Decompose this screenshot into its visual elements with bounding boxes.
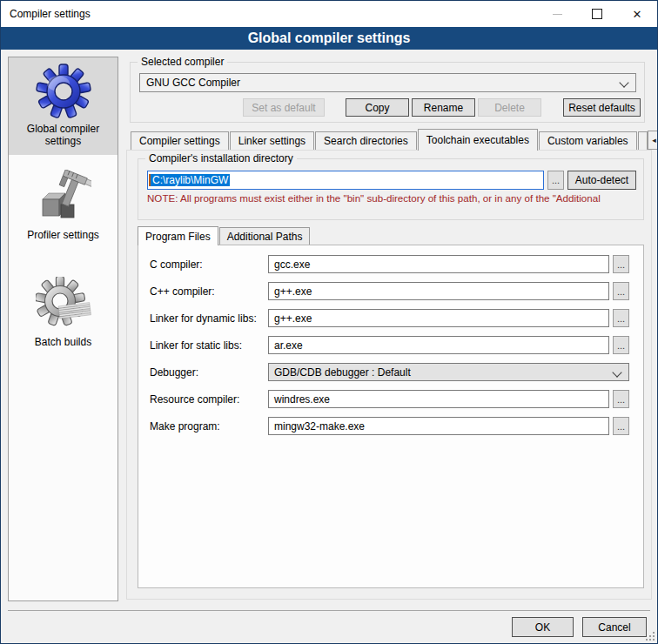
sidebar-item-label: Global compiler settings <box>10 123 116 148</box>
cancel-button[interactable]: Cancel <box>582 617 647 637</box>
field-label: Linker for static libs: <box>150 339 268 352</box>
linker-static-browse-button[interactable]: ... <box>613 336 629 354</box>
sidebar-item-label: Profiler settings <box>10 229 116 241</box>
subtab-additional-paths[interactable]: Additional Paths <box>219 227 311 245</box>
sidebar-item-profiler-settings[interactable]: Profiler settings <box>9 164 118 248</box>
field-row-resource-compiler: Resource compiler: windres.exe ... <box>150 390 629 408</box>
resize-grip[interactable] <box>646 632 655 641</box>
maximize-button[interactable] <box>577 1 617 27</box>
resource-compiler-browse-button[interactable]: ... <box>613 390 629 408</box>
program-files-tab-bar: Program Files Additional Paths <box>138 226 644 245</box>
auto-detect-button[interactable]: Auto-detect <box>567 171 636 190</box>
footer-separator <box>8 610 650 611</box>
ok-button[interactable]: OK <box>512 617 574 637</box>
installation-directory-group-label: Compiler's installation directory <box>145 152 297 164</box>
make-program-input[interactable]: mingw32-make.exe <box>268 417 609 435</box>
field-row-make-program: Make program: mingw32-make.exe ... <box>150 417 629 435</box>
field-row-linker-static: Linker for static libs: ar.exe ... <box>150 336 629 354</box>
resource-compiler-input[interactable]: windres.exe <box>268 390 609 408</box>
tab-build-options[interactable]: Build options <box>638 131 648 150</box>
toolchain-executables-page: Compiler's installation directory C:\ray… <box>126 150 652 600</box>
linker-dynamic-browse-button[interactable]: ... <box>613 309 629 327</box>
dialog-header: Global compiler settings <box>1 27 657 50</box>
gear-paper-stack-icon <box>36 277 91 332</box>
installation-directory-value: C:\raylib\MinGW <box>151 174 230 186</box>
field-label: C++ compiler: <box>150 285 268 298</box>
rename-button[interactable]: Rename <box>412 98 475 117</box>
field-row-c-compiler: C compiler: gcc.exe ... <box>150 255 629 273</box>
title-bar: Compiler settings ✕ <box>1 1 657 27</box>
subtab-program-files[interactable]: Program Files <box>138 226 218 245</box>
field-row-linker-dynamic: Linker for dynamic libs: g++.exe ... <box>150 309 629 327</box>
make-program-browse-button[interactable]: ... <box>613 417 629 435</box>
field-row-cpp-compiler: C++ compiler: g++.exe ... <box>150 282 629 300</box>
field-label: C compiler: <box>150 258 268 271</box>
compiler-select[interactable]: GNU GCC Compiler <box>139 73 636 92</box>
c-compiler-browse-button[interactable]: ... <box>613 255 629 273</box>
maximize-icon <box>592 9 602 19</box>
minimize-icon <box>553 14 562 15</box>
tab-toolchain-executables[interactable]: Toolchain executables <box>418 129 538 151</box>
compiler-buttons-row: Set as default Copy Rename Delete Reset … <box>131 98 644 117</box>
tab-custom-variables[interactable]: Custom variables <box>539 131 637 150</box>
field-label: Resource compiler: <box>150 393 268 406</box>
tab-linker-settings[interactable]: Linker settings <box>230 131 314 150</box>
tab-search-directories[interactable]: Search directories <box>315 131 417 150</box>
chevron-down-icon <box>612 367 621 377</box>
chevron-down-icon <box>619 77 628 87</box>
set-as-default-button[interactable]: Set as default <box>243 98 325 117</box>
close-icon: ✕ <box>633 8 642 21</box>
field-label: Linker for dynamic libs: <box>150 312 268 325</box>
c-compiler-input[interactable]: gcc.exe <box>268 255 609 273</box>
blue-gear-icon <box>36 64 91 119</box>
settings-category-list: Global compiler settings Profiler sett <box>8 57 118 601</box>
sidebar-item-batch-builds[interactable]: Batch builds <box>9 271 118 355</box>
reset-defaults-button[interactable]: Reset defaults <box>563 98 641 117</box>
close-button[interactable]: ✕ <box>617 1 657 27</box>
selected-compiler-group-label: Selected compiler <box>138 56 227 68</box>
debugger-select[interactable]: GDB/CDB debugger : Default <box>268 363 629 381</box>
scroll-left-icon: ◂ <box>652 136 656 144</box>
compiler-settings-dialog: Compiler settings ✕ Global compiler sett… <box>0 0 658 644</box>
sidebar-item-label: Batch builds <box>10 336 116 348</box>
cpp-compiler-input[interactable]: g++.exe <box>268 282 609 300</box>
bin-subdirectory-note: NOTE: All programs must exist either in … <box>147 192 634 204</box>
tab-scroll-left-button[interactable]: ◂ <box>648 131 658 150</box>
cpp-compiler-browse-button[interactable]: ... <box>613 282 629 300</box>
field-row-debugger: Debugger: GDB/CDB debugger : Default <box>150 363 629 381</box>
program-files-notebook: Program Files Additional Paths C compile… <box>138 226 644 588</box>
delete-button[interactable]: Delete <box>478 98 541 117</box>
installation-directory-input[interactable]: C:\raylib\MinGW <box>147 171 544 190</box>
window-controls: ✕ <box>537 1 657 27</box>
compiler-select-value: GNU GCC Compiler <box>146 77 240 89</box>
tab-compiler-settings[interactable]: Compiler settings <box>131 131 229 150</box>
field-label: Make program: <box>150 420 268 433</box>
selected-compiler-group: Selected compiler GNU GCC Compiler Set a… <box>130 62 645 123</box>
field-label: Debugger: <box>150 366 268 379</box>
program-files-panel: C compiler: gcc.exe ... C++ compiler: g+… <box>138 245 644 588</box>
sidebar-item-global-compiler-settings[interactable]: Global compiler settings <box>9 57 118 155</box>
settings-tab-bar: Compiler settings Linker settings Search… <box>131 129 655 151</box>
linker-dynamic-input[interactable]: g++.exe <box>268 309 609 327</box>
window-title: Compiler settings <box>1 8 91 20</box>
copy-button[interactable]: Copy <box>346 98 409 117</box>
installation-directory-group: Compiler's installation directory C:\ray… <box>138 158 644 220</box>
linker-static-input[interactable]: ar.exe <box>268 336 609 354</box>
debugger-select-value: GDB/CDB debugger : Default <box>274 366 411 379</box>
tab-scroll-buttons: ◂ ▸ <box>648 131 658 151</box>
installation-directory-browse-button[interactable]: ... <box>547 171 564 190</box>
minimize-button[interactable] <box>537 1 577 27</box>
installation-directory-row: C:\raylib\MinGW ... Auto-detect <box>147 171 636 190</box>
caliper-profiler-icon <box>36 170 91 225</box>
dialog-header-title: Global compiler settings <box>248 30 411 46</box>
